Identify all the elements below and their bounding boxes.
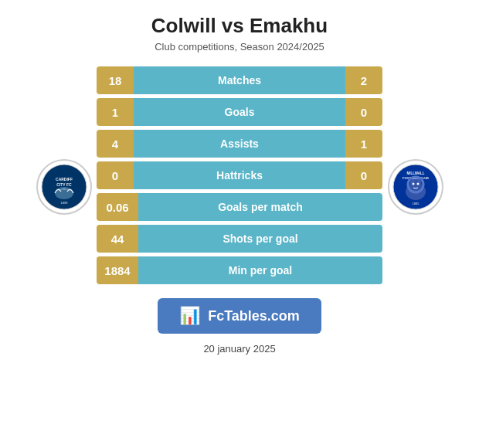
stat-right-val-0: 2 [345, 66, 382, 94]
stat-label-1: Goals [134, 98, 345, 126]
svg-text:MILLWALL: MILLWALL [406, 171, 424, 175]
stat-left-val-3: 0 [97, 161, 134, 189]
footer-date: 20 january 2025 [203, 343, 275, 355]
svg-text:CARDIFF: CARDIFF [56, 177, 73, 182]
logo-left: CARDIFF CITY FC 1899 [31, 159, 97, 215]
fctables-icon: 📊 [179, 306, 200, 326]
svg-text:1885: 1885 [412, 202, 420, 205]
stat-row-3: 0Hattricks0 [97, 161, 382, 189]
page-subtitle: Club competitions, Season 2024/2025 [155, 41, 324, 53]
stat-label-3: Hattricks [134, 161, 345, 189]
stats-table: 18Matches21Goals04Assists10Hattricks00.0… [97, 66, 382, 284]
stat-row-1: 1Goals0 [97, 98, 382, 126]
svg-point-12 [416, 183, 419, 185]
stat-row-2: 4Assists1 [97, 130, 382, 158]
stat-left-val-6: 1884 [97, 256, 138, 284]
stat-label-2: Assists [134, 130, 345, 158]
stat-left-val-2: 4 [97, 130, 134, 158]
stat-left-val-0: 18 [97, 66, 134, 94]
stat-label-6: Min per goal [138, 256, 382, 284]
stats-section: CARDIFF CITY FC 1899 18Matches21Goals04A… [15, 66, 464, 284]
stat-row-4: 0.06Goals per match [97, 193, 382, 221]
stat-left-val-5: 44 [97, 225, 138, 253]
svg-text:CITY FC: CITY FC [56, 182, 72, 187]
fctables-text: FcTables.com [208, 308, 300, 324]
fctables-banner[interactable]: 📊 FcTables.com [158, 298, 321, 334]
stat-label-5: Shots per goal [138, 225, 382, 253]
stat-row-0: 18Matches2 [97, 66, 382, 94]
stat-row-5: 44Shots per goal [97, 225, 382, 253]
stat-left-val-4: 0.06 [97, 193, 138, 221]
stat-right-val-1: 0 [345, 98, 382, 126]
cardiff-logo: CARDIFF CITY FC 1899 [36, 159, 92, 215]
millwall-logo: MILLWALL FOOTBALL CLUB 1885 [388, 159, 443, 215]
logo-right: MILLWALL FOOTBALL CLUB 1885 [382, 159, 448, 215]
svg-text:1899: 1899 [60, 201, 68, 205]
stat-row-6: 1884Min per goal [97, 256, 382, 284]
stat-label-4: Goals per match [138, 193, 382, 221]
page-wrapper: Colwill vs Emakhu Club competitions, Sea… [0, 0, 479, 448]
page-title: Colwill vs Emakhu [151, 14, 328, 38]
stat-label-0: Matches [134, 66, 345, 94]
stat-right-val-2: 1 [345, 130, 382, 158]
stat-left-val-1: 1 [97, 98, 134, 126]
stat-right-val-3: 0 [345, 161, 382, 189]
svg-point-11 [412, 183, 414, 185]
